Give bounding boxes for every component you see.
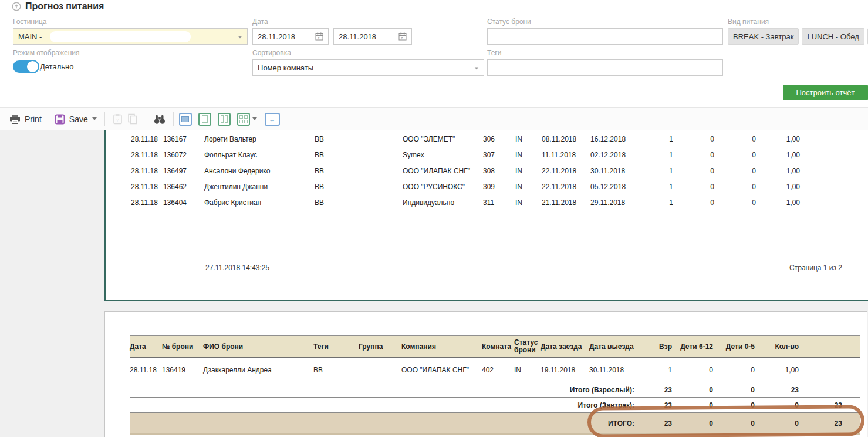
cell-room: 308 bbox=[483, 166, 515, 176]
copy-icon bbox=[127, 113, 138, 125]
build-report-button[interactable]: Построить отчёт bbox=[783, 85, 868, 100]
cell-guest-name: Дзаккарелли Андреа bbox=[203, 365, 313, 375]
cell-checkin: 22.11.2018 bbox=[542, 166, 590, 176]
paste-button[interactable]: ? bbox=[110, 113, 125, 125]
display-mode-value: Детально bbox=[40, 62, 73, 71]
cell-date: 28.11.18 bbox=[131, 134, 163, 144]
table-row: 28.11.18 136462 Джентилин Джанни BB ООО … bbox=[131, 179, 862, 194]
chevron-down-icon bbox=[475, 68, 478, 70]
hotel-value: MAIN - bbox=[18, 32, 42, 41]
report-page-2: Дата № брони ФИО брони Теги Группа Компа… bbox=[104, 311, 867, 437]
col-header: Группа bbox=[359, 341, 401, 352]
cell-room: 306 bbox=[483, 134, 515, 144]
cell-children-6-12: 0 bbox=[678, 166, 719, 176]
cell-company: ООО "РУСИНОКС" bbox=[403, 181, 483, 192]
date-from-input[interactable]: 28.11.2018 7 bbox=[252, 28, 329, 45]
sorting-select[interactable]: Номер комнаты bbox=[252, 59, 484, 76]
report-table: Дата № брони ФИО брони Теги Группа Компа… bbox=[130, 335, 860, 435]
cell-checkout: 30.11.2018 bbox=[589, 365, 640, 375]
cell-children-0-5: 0 bbox=[719, 134, 761, 144]
meal-type-select[interactable]: BREAK - Завтрак LUNCH - Обед D bbox=[728, 28, 868, 45]
col-header: Дата выезда bbox=[589, 341, 640, 352]
cell-extra bbox=[805, 186, 848, 188]
cell-company: Индивидуально bbox=[403, 197, 483, 208]
cell-guest-name: Ансалони Федерико bbox=[204, 166, 315, 176]
page-title: Прогноз питания bbox=[12, 1, 104, 12]
toolbar-separator bbox=[104, 112, 105, 126]
printer-icon bbox=[9, 114, 21, 125]
cell-qty: 1,00 bbox=[761, 166, 805, 176]
copy-button[interactable] bbox=[125, 113, 140, 125]
tags-input[interactable] bbox=[487, 59, 723, 76]
sorting-value: Номер комнаты bbox=[258, 63, 313, 72]
view-thumbnails-button[interactable] bbox=[179, 113, 192, 126]
cell-company: ООО "ЭЛЕМЕТ" bbox=[403, 134, 483, 144]
clipboard-icon: ? bbox=[113, 113, 123, 125]
toggle-knob-icon bbox=[26, 60, 39, 73]
view-two-pages-button[interactable] bbox=[218, 113, 231, 126]
col-header: Дети 6-12 bbox=[677, 341, 718, 352]
totals-grand: 23 bbox=[803, 418, 847, 429]
report-toolbar: Print Save ? ↔ bbox=[0, 107, 868, 130]
cell-booking-no: 136167 bbox=[163, 134, 204, 144]
totals-children-0-5: 0 bbox=[718, 418, 759, 429]
booking-status-input[interactable] bbox=[487, 28, 723, 45]
cell-adults: 1 bbox=[640, 365, 677, 375]
col-header: Компания bbox=[401, 341, 482, 352]
display-mode-toggle[interactable] bbox=[13, 60, 39, 73]
cell-status: IN bbox=[515, 197, 542, 208]
cell-room: 311 bbox=[483, 197, 515, 208]
table-row: 28.11.18 136072 Фолльрат Клаус BB Symex … bbox=[131, 147, 862, 163]
cell-extra bbox=[805, 138, 848, 140]
meal-tag-breakfast[interactable]: BREAK - Завтрак bbox=[728, 28, 799, 45]
totals-label: Итого (Взрослый): bbox=[130, 385, 640, 395]
totals-children-0-5: 0 bbox=[718, 385, 759, 395]
chevron-down-icon[interactable] bbox=[252, 117, 257, 120]
cell-adults: 1 bbox=[641, 134, 678, 144]
cell-booking-no: 136404 bbox=[163, 197, 204, 208]
cell-group bbox=[359, 369, 401, 371]
cell-room: 309 bbox=[483, 181, 515, 192]
report-page-indicator: Страница 1 из 2 bbox=[789, 264, 842, 272]
binoculars-icon bbox=[154, 114, 166, 125]
cell-children-0-5: 0 bbox=[719, 150, 761, 160]
cell-checkin: 19.11.2018 bbox=[541, 365, 589, 375]
totals-children-6-12: 0 bbox=[677, 400, 718, 411]
hotel-select[interactable]: MAIN - bbox=[13, 28, 248, 45]
view-multi-page-button[interactable] bbox=[237, 113, 250, 126]
cell-qty: 1,00 bbox=[761, 197, 805, 208]
cell-children-0-5: 0 bbox=[719, 197, 761, 208]
save-button[interactable]: Save bbox=[52, 114, 99, 125]
collapse-panel-icon[interactable] bbox=[12, 2, 21, 11]
calendar-icon[interactable]: 7 bbox=[315, 32, 323, 41]
col-header: Кол-во bbox=[759, 341, 803, 352]
svg-text:?: ? bbox=[116, 117, 119, 123]
cell-checkout: 29.11.2018 bbox=[590, 197, 641, 208]
cell-extra bbox=[805, 154, 848, 156]
cell-adults: 1 bbox=[641, 197, 678, 208]
cell-children-0-5: 0 bbox=[719, 181, 761, 192]
col-header: Дата заезда bbox=[541, 341, 589, 352]
print-button[interactable]: Print bbox=[7, 114, 44, 125]
cell-tags: BB bbox=[315, 134, 360, 144]
date-to-value: 28.11.2018 bbox=[339, 32, 376, 41]
cell-checkin: 11.11.2018 bbox=[542, 150, 590, 160]
cell-checkout: 02.12.2018 bbox=[590, 150, 641, 160]
cell-group bbox=[360, 138, 403, 140]
cell-adults: 1 bbox=[641, 166, 678, 176]
cell-adults: 1 bbox=[641, 150, 678, 160]
date-from-value: 28.11.2018 bbox=[258, 32, 295, 41]
fit-width-button[interactable]: ↔ bbox=[265, 113, 280, 126]
view-single-page-button[interactable] bbox=[198, 113, 211, 126]
redaction-blur bbox=[50, 31, 191, 42]
calendar-icon[interactable]: 7 bbox=[398, 32, 407, 41]
report-generated-timestamp: 27.11.2018 14:43:25 bbox=[205, 264, 269, 272]
date-to-input[interactable]: 28.11.2018 7 bbox=[333, 28, 412, 45]
totals-grand bbox=[803, 389, 847, 391]
meal-tag-lunch[interactable]: LUNCH - Обед bbox=[802, 28, 864, 45]
totals-adults: 23 bbox=[640, 400, 677, 411]
single-page-icon bbox=[202, 115, 208, 123]
col-header: Дата bbox=[130, 341, 162, 352]
cell-guest-name: Лорети Вальтер bbox=[204, 134, 315, 144]
search-button[interactable] bbox=[151, 114, 168, 125]
